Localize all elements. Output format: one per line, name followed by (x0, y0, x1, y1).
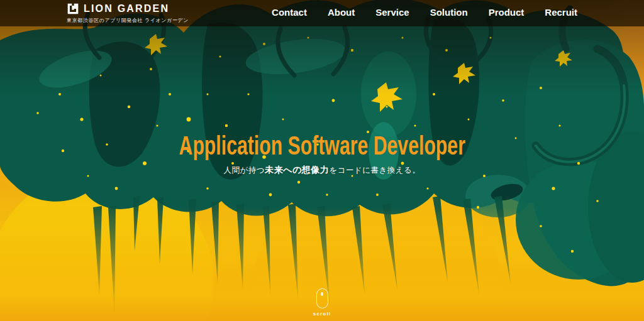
nav-item-about[interactable]: About (328, 7, 355, 18)
logo-tagline: 東京都渋谷区のアプリ開発会社 ライオンガーデン (67, 17, 189, 24)
scroll-label: scroll (300, 311, 344, 317)
hero-section: Application Software Developer 人間が持つ未来への… (0, 133, 644, 176)
hero-subtitle-prefix: 人間が持つ (224, 166, 265, 175)
mouse-icon (316, 288, 328, 308)
nav-item-solution[interactable]: Solution (430, 7, 468, 18)
scroll-indicator: scroll (300, 288, 344, 317)
lion-garden-logo-icon (67, 3, 79, 15)
hero-subtitle: 人間が持つ未来への想像力をコードに書き換える。 (0, 165, 644, 176)
site-header: LION GARDEN 東京都渋谷区のアプリ開発会社 ライオンガーデン Cont… (0, 0, 644, 26)
nav-item-product[interactable]: Product (489, 7, 525, 18)
hero-subtitle-emphasis: 未来への想像力 (265, 165, 329, 175)
landing-page: LION GARDEN 東京都渋谷区のアプリ開発会社 ライオンガーデン Cont… (0, 0, 644, 321)
hero-subtitle-suffix: をコードに書き換える。 (329, 166, 420, 175)
nav-item-recruit[interactable]: Recruit (545, 7, 577, 18)
logo-name: LION GARDEN (84, 3, 169, 15)
mouse-wheel-dot (321, 292, 323, 296)
main-nav: Contact About Service Solution Product R… (272, 3, 577, 21)
hero-title: Application Software Developer (179, 133, 465, 159)
logo[interactable]: LION GARDEN 東京都渋谷区のアプリ開発会社 ライオンガーデン (67, 3, 189, 24)
nav-item-service[interactable]: Service (375, 7, 409, 18)
nav-item-contact[interactable]: Contact (272, 7, 307, 18)
